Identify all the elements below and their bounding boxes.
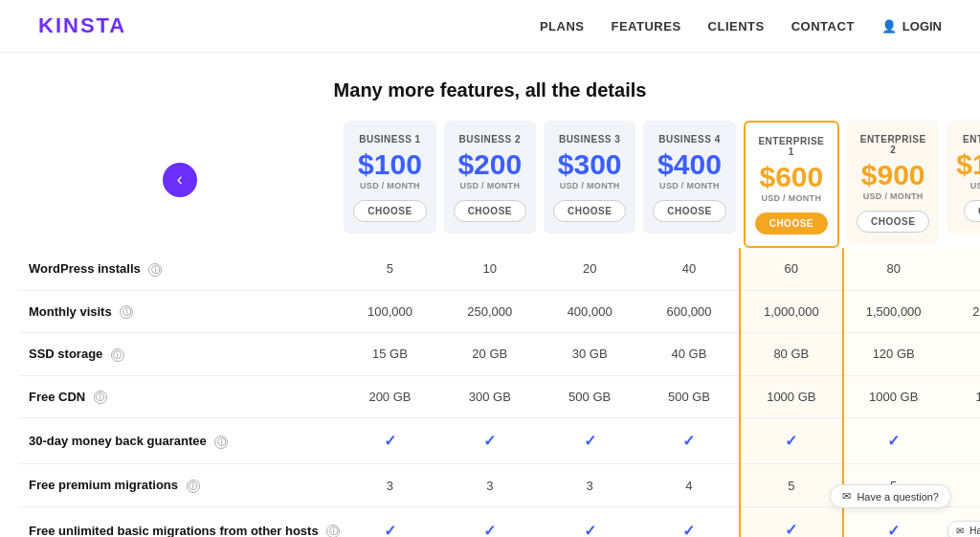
feature-value-r6-c2: ✓ [540, 506, 639, 537]
choose-b2-button[interactable]: CHOOSE [454, 200, 526, 222]
navbar: KINSTA PLANS FEATURES CLIENTS CONTACT 👤 … [0, 0, 980, 53]
feature-value-r6-c0: ✓ [340, 506, 439, 537]
choose-e2-button[interactable]: CHOOSE [857, 211, 929, 233]
checkmark-icon: ✓ [384, 433, 396, 449]
feature-value-r3-c1: 300 GB [440, 375, 540, 418]
nav-clients[interactable]: CLIENTS [708, 19, 765, 34]
feature-value-r4-c3: ✓ [639, 418, 739, 464]
checkmark-icon: ✓ [483, 523, 496, 537]
checkmark-icon: ✓ [682, 433, 695, 449]
feature-value-r0-c5: 80 [843, 248, 943, 290]
pricing-table-wrap: ‹ BUSINESS 1 $100 USD / MONTH CHOOSE BUS… [0, 121, 980, 537]
feature-value-r0-c3: 40 [639, 248, 739, 290]
feature-value-r6-c3: ✓ [639, 506, 739, 537]
feature-label-5: Free premium migrations ⓘ [19, 464, 340, 507]
info-icon[interactable]: ⓘ [120, 305, 133, 319]
feature-value-r6-c4: ✓ [740, 506, 843, 537]
feature-value-r2-c6: 150 GB [943, 333, 980, 376]
plan-header-e3: ENTERPRISE 3 $1,200 USD / MONTH CHOOSE [943, 121, 980, 248]
page-title: Many more features, all the details [19, 79, 961, 101]
info-icon[interactable]: ⓘ [148, 263, 162, 277]
plan-header-e2: ENTERPRISE 2 $900 USD / MONTH CHOOSE [843, 121, 943, 248]
feature-value-r2-c1: 20 GB [440, 333, 540, 376]
nav-plans[interactable]: PLANS [540, 19, 585, 34]
plan-header-b4: BUSINESS 4 $400 USD / MONTH CHOOSE [639, 121, 739, 248]
inline-question-bubble[interactable]: ✉ Have a question? [947, 521, 980, 537]
feature-value-r3-c6: 1000 GB [943, 375, 980, 418]
feature-value-r2-c5: 120 GB [843, 333, 943, 376]
feature-row-3: Free CDN ⓘ200 GB300 GB500 GB500 GB1000 G… [19, 375, 980, 418]
feature-value-r0-c6: 120 [943, 248, 980, 290]
info-icon[interactable]: ⓘ [214, 436, 228, 449]
feature-label-6: Free unlimited basic migrations from oth… [19, 506, 340, 537]
feature-value-r3-c0: 200 GB [340, 375, 439, 418]
login-button[interactable]: 👤 LOGIN [881, 19, 942, 34]
feature-value-r5-c1: 3 [440, 464, 540, 507]
feature-label-3: Free CDN ⓘ [19, 375, 340, 418]
plan-header-b1: BUSINESS 1 $100 USD / MONTH CHOOSE [340, 121, 439, 248]
page-header: Many more features, all the details [0, 53, 980, 121]
feature-value-r0-c4: 60 [740, 248, 843, 290]
feature-value-r0-c2: 20 [540, 248, 639, 290]
info-icon[interactable]: ⓘ [326, 525, 340, 537]
feature-label-2: SSD storage ⓘ [19, 333, 340, 376]
choose-e3-button[interactable]: CHOOSE [964, 200, 980, 222]
feature-value-r1-c3: 600,000 [639, 290, 739, 333]
feature-value-r1-c6: 2,000,000 [943, 290, 980, 333]
feature-value-r1-c4: 1,000,000 [740, 290, 843, 333]
info-icon[interactable]: ⓘ [94, 391, 107, 404]
feature-value-r1-c2: 400,000 [540, 290, 639, 333]
feature-value-r2-c0: 15 GB [340, 333, 439, 376]
feature-row-6: Free unlimited basic migrations from oth… [19, 506, 980, 537]
feature-value-r5-c2: 3 [540, 464, 639, 507]
feature-value-r2-c4: 80 GB [740, 333, 843, 376]
checkmark-icon: ✓ [483, 433, 496, 449]
checkmark-icon: ✓ [785, 522, 797, 537]
feature-label-4: 30-day money back guarantee ⓘ [19, 418, 340, 464]
feature-value-r4-c1: ✓ [440, 418, 540, 464]
feature-row-2: SSD storage ⓘ15 GB20 GB30 GB40 GB80 GB12… [19, 333, 980, 376]
checkmark-icon: ✓ [887, 523, 900, 537]
feature-value-r6-c5: ✓ [843, 506, 943, 537]
feature-value-r3-c3: 500 GB [639, 375, 739, 418]
feature-value-r2-c2: 30 GB [540, 333, 639, 376]
feature-value-r0-c1: 10 [440, 248, 540, 290]
feature-row-1: Monthly visits ⓘ100,000250,000400,000600… [19, 290, 980, 333]
plan-header-e1: ENTERPRISE 1 $600 USD / MONTH CHOOSE [740, 121, 843, 248]
user-icon: 👤 [881, 19, 897, 34]
feature-label-0: WordPress installs ⓘ [19, 248, 340, 290]
feature-value-r4-c5: ✓ [843, 418, 943, 464]
checkmark-icon: ✓ [584, 433, 596, 449]
feature-value-r5-c0: 3 [340, 464, 439, 507]
feature-value-r5-c3: 4 [639, 464, 739, 507]
checkmark-icon: ✓ [785, 433, 797, 449]
nav-features[interactable]: FEATURES [612, 19, 681, 34]
brand-logo: KINSTA [38, 13, 126, 38]
choose-b3-button[interactable]: CHOOSE [553, 200, 626, 222]
checkmark-icon: ✓ [682, 523, 695, 537]
choose-b1-button[interactable]: CHOOSE [353, 200, 426, 222]
choose-b4-button[interactable]: CHOOSE [653, 200, 725, 222]
feature-value-r1-c1: 250,000 [440, 290, 540, 333]
feature-value-r2-c3: 40 GB [639, 333, 739, 376]
plan-header-b2: BUSINESS 2 $200 USD / MONTH CHOOSE [440, 121, 540, 248]
plan-header-b3: BUSINESS 3 $300 USD / MONTH CHOOSE [540, 121, 639, 248]
feature-value-r5-c4: 5 [740, 464, 843, 507]
feature-value-r4-c4: ✓ [740, 418, 843, 464]
feature-value-r3-c5: 1000 GB [843, 375, 943, 418]
info-icon[interactable]: ⓘ [187, 480, 200, 493]
feature-value-r6-c6: ✉ Have a question? [943, 506, 980, 537]
feature-row-0: WordPress installs ⓘ51020406080120150 [19, 248, 980, 290]
nav-contact[interactable]: CONTACT [791, 19, 855, 34]
feature-value-r4-c2: ✓ [540, 418, 639, 464]
pricing-table: ‹ BUSINESS 1 $100 USD / MONTH CHOOSE BUS… [19, 121, 980, 537]
question-bubble[interactable]: ✉ Have a question? [830, 484, 951, 508]
checkmark-icon: ✓ [584, 523, 596, 537]
info-icon[interactable]: ⓘ [111, 348, 124, 362]
prev-plans-button[interactable]: ‹ [163, 163, 197, 197]
feature-value-r4-c6: ✓ [943, 418, 980, 464]
feature-value-r0-c0: 5 [340, 248, 439, 290]
feature-value-r6-c1: ✓ [440, 506, 540, 537]
choose-e1-button[interactable]: CHOOSE [755, 213, 828, 235]
checkmark-icon: ✓ [887, 433, 900, 449]
